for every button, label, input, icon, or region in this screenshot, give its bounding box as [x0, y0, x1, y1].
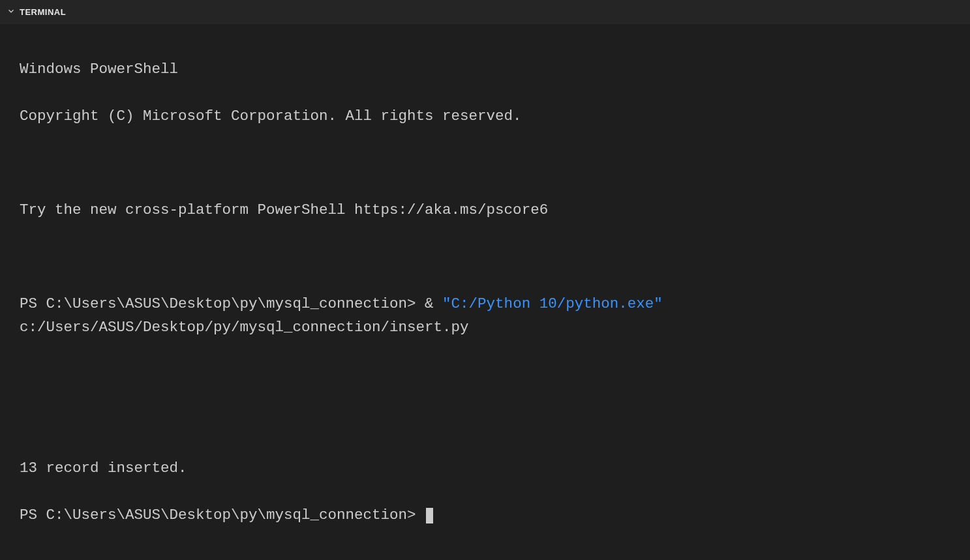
cursor-icon: [426, 508, 433, 523]
quoted-python-path: "C:/Python 10/python.exe": [442, 295, 663, 312]
terminal-blank-line: [20, 362, 950, 386]
terminal-command-line: PS C:\Users\ASUS\Desktop\py\mysql_connec…: [20, 292, 950, 339]
terminal-output-area[interactable]: Windows PowerShell Copyright (C) Microso…: [0, 25, 970, 559]
terminal-panel-header: TERMINAL: [0, 0, 970, 25]
terminal-output-line: 13 record inserted.: [20, 456, 950, 480]
terminal-blank-line: [20, 245, 950, 269]
terminal-line: Windows PowerShell: [20, 57, 950, 81]
terminal-prompt-line: PS C:\Users\ASUS\Desktop\py\mysql_connec…: [20, 503, 950, 527]
prompt-prefix: PS C:\Users\ASUS\Desktop\py\mysql_connec…: [20, 295, 442, 312]
terminal-line: Try the new cross-platform PowerShell ht…: [20, 198, 950, 222]
terminal-blank-line: [20, 151, 950, 175]
chevron-down-icon[interactable]: [7, 7, 16, 18]
prompt-text: PS C:\Users\ASUS\Desktop\py\mysql_connec…: [20, 507, 425, 523]
terminal-blank-line: [20, 409, 950, 433]
terminal-tab-label[interactable]: TERMINAL: [20, 7, 66, 17]
terminal-line: Copyright (C) Microsoft Corporation. All…: [20, 104, 950, 128]
